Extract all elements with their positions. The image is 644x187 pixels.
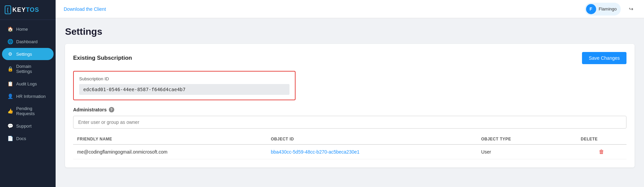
nav-label-settings: Settings xyxy=(16,52,32,57)
sidebar-item-support[interactable]: 💬 Support xyxy=(2,120,54,132)
nav-label-audit-logs: Audit Logs xyxy=(16,81,37,86)
sidebar-nav: 🏠 Home🌐 Dashboard⚙ Settings🔒 Domain Sett… xyxy=(0,20,56,187)
sidebar-item-domain-settings[interactable]: 🔒 Domain Settings xyxy=(2,60,54,77)
logout-button[interactable]: ↪ xyxy=(626,4,636,14)
cell-friendly-name: me@codingflamingogmail.onmicrosoft.com xyxy=(73,144,267,159)
nav-label-support: Support xyxy=(16,124,32,129)
sidebar-item-docs[interactable]: 📄 Docs xyxy=(2,132,54,144)
logo-box: [ xyxy=(5,5,11,14)
subscription-id-label: Subscription ID xyxy=(79,76,289,81)
sidebar-item-hr-information[interactable]: 👤 HR Information xyxy=(2,90,54,102)
nav-icon-audit-logs: 📋 xyxy=(7,81,13,86)
content-area: Settings Existing Subscription Save Chan… xyxy=(56,18,644,187)
col-header-object-type: OBJECT TYPE xyxy=(477,134,577,144)
user-area: F Flamingo xyxy=(585,3,621,16)
subscription-id-box: Subscription ID edc6ad01-0546-44ee-8587-… xyxy=(73,71,296,100)
cell-object-id[interactable]: bba430cc-5d59-48cc-b270-ac5beca230e1 xyxy=(267,144,477,159)
sidebar-item-pending-requests[interactable]: 👍 Pending Requests xyxy=(2,103,54,119)
nav-label-home: Home xyxy=(16,27,28,32)
admin-table: FRIENDLY NAME OBJECT ID OBJECT TYPE DELE… xyxy=(73,134,626,159)
download-client-link[interactable]: Download the Client xyxy=(64,6,579,12)
logo-bracket: [ xyxy=(7,7,9,12)
administrators-label: Administrators ? xyxy=(73,107,626,112)
nav-icon-home: 🏠 xyxy=(7,26,13,32)
admin-table-body: me@codingflamingogmail.onmicrosoft.com b… xyxy=(73,144,626,159)
nav-label-hr-information: HR Information xyxy=(16,94,45,99)
sidebar-item-dashboard[interactable]: 🌐 Dashboard xyxy=(2,35,54,48)
save-changes-button[interactable]: Save Changes xyxy=(582,52,626,64)
nav-icon-hr-information: 👤 xyxy=(7,94,13,99)
username-label: Flamingo xyxy=(599,6,617,11)
logo-tos: TOS xyxy=(26,6,39,14)
subscription-id-value: edc6ad01-0546-44ee-8587-f646d4cae4b7 xyxy=(79,84,289,95)
main-wrapper: Download the Client F Flamingo ↪ Setting… xyxy=(56,0,644,187)
help-icon[interactable]: ? xyxy=(109,107,114,112)
nav-label-domain-settings: Domain Settings xyxy=(16,64,48,74)
card-header: Existing Subscription Save Changes xyxy=(73,52,626,64)
sidebar-item-audit-logs[interactable]: 📋 Audit Logs xyxy=(2,78,54,90)
sidebar: [ KEY TOS 🏠 Home🌐 Dashboard⚙ Settings🔒 D… xyxy=(0,0,56,187)
logo-area: [ KEY TOS xyxy=(0,0,56,20)
delete-button[interactable]: 🗑 xyxy=(577,144,626,159)
admin-input[interactable] xyxy=(73,116,626,129)
nav-label-docs: Docs xyxy=(16,136,26,141)
nav-label-dashboard: Dashboard xyxy=(16,39,38,44)
nav-icon-support: 💬 xyxy=(7,123,13,129)
logo-key: KEY xyxy=(12,6,26,14)
nav-label-pending-requests: Pending Requests xyxy=(16,106,48,116)
cell-object-type: User xyxy=(477,144,577,159)
page-title: Settings xyxy=(65,26,635,37)
nav-icon-domain-settings: 🔒 xyxy=(7,66,13,72)
nav-icon-settings: ⚙ xyxy=(7,51,13,57)
nav-icon-dashboard: 🌐 xyxy=(7,39,13,44)
col-header-delete: DELETE xyxy=(577,134,626,144)
administrators-section: Administrators ? FRIENDLY NAME OBJECT ID… xyxy=(73,107,626,159)
card-title: Existing Subscription xyxy=(73,55,132,61)
nav-icon-pending-requests: 👍 xyxy=(7,108,13,114)
table-header-row: FRIENDLY NAME OBJECT ID OBJECT TYPE DELE… xyxy=(73,134,626,144)
settings-card: Existing Subscription Save Changes Subsc… xyxy=(65,44,635,167)
sidebar-item-settings[interactable]: ⚙ Settings xyxy=(2,48,54,60)
sidebar-item-home[interactable]: 🏠 Home xyxy=(2,23,54,35)
table-row: me@codingflamingogmail.onmicrosoft.com b… xyxy=(73,144,626,159)
nav-icon-docs: 📄 xyxy=(7,136,13,141)
col-header-friendly-name: FRIENDLY NAME xyxy=(73,134,267,144)
col-header-object-id: OBJECT ID xyxy=(267,134,477,144)
topbar: Download the Client F Flamingo ↪ xyxy=(56,0,644,18)
avatar: F xyxy=(586,4,596,14)
